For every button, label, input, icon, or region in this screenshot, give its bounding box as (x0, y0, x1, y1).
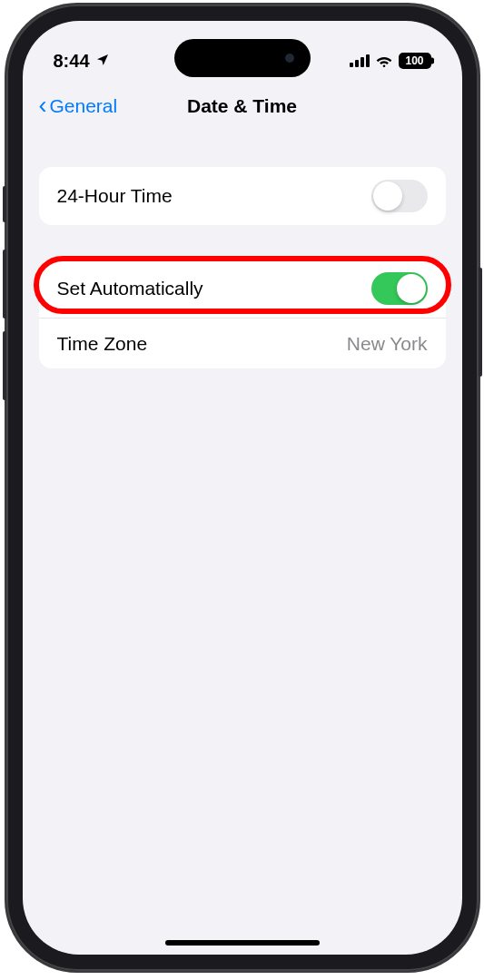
volume-up-button (3, 250, 6, 318)
back-label: General (50, 95, 118, 117)
row-time-zone[interactable]: Time Zone New York (39, 318, 446, 368)
back-button[interactable]: ‹ General (39, 93, 118, 118)
toggle-set-automatically[interactable] (371, 272, 428, 305)
toggle-knob (397, 274, 426, 303)
dynamic-island (174, 39, 311, 77)
status-right: 100 (350, 51, 431, 72)
row-24-hour-time[interactable]: 24-Hour Time (39, 167, 446, 225)
row-value: New York (347, 333, 428, 355)
nav-bar: ‹ General Date & Time (23, 81, 462, 132)
settings-content: 24-Hour Time Set Automatically (23, 132, 462, 368)
row-label: 24-Hour Time (57, 185, 173, 207)
phone-frame: 8:44 100 ‹ (6, 5, 479, 971)
battery-level: 100 (405, 54, 423, 67)
status-left: 8:44 (54, 51, 110, 72)
cellular-icon (350, 54, 370, 67)
screen: 8:44 100 ‹ (23, 21, 462, 955)
wifi-icon (375, 51, 393, 72)
power-button (479, 268, 482, 377)
chevron-left-icon: ‹ (39, 93, 47, 118)
volume-down-button (3, 331, 6, 400)
row-label: Set Automatically (57, 278, 203, 299)
toggle-knob (373, 181, 402, 211)
row-set-automatically[interactable]: Set Automatically (39, 260, 446, 318)
toggle-24-hour-time[interactable] (371, 180, 428, 212)
home-indicator[interactable] (165, 940, 320, 946)
page-title: Date & Time (187, 95, 297, 117)
mute-switch (3, 186, 6, 222)
settings-group-automatic: Set Automatically Time Zone New York (39, 260, 446, 368)
location-icon (95, 51, 110, 72)
settings-group-time-format: 24-Hour Time (39, 167, 446, 225)
row-label: Time Zone (57, 333, 148, 355)
battery-icon: 100 (399, 53, 431, 69)
status-time: 8:44 (54, 51, 90, 72)
